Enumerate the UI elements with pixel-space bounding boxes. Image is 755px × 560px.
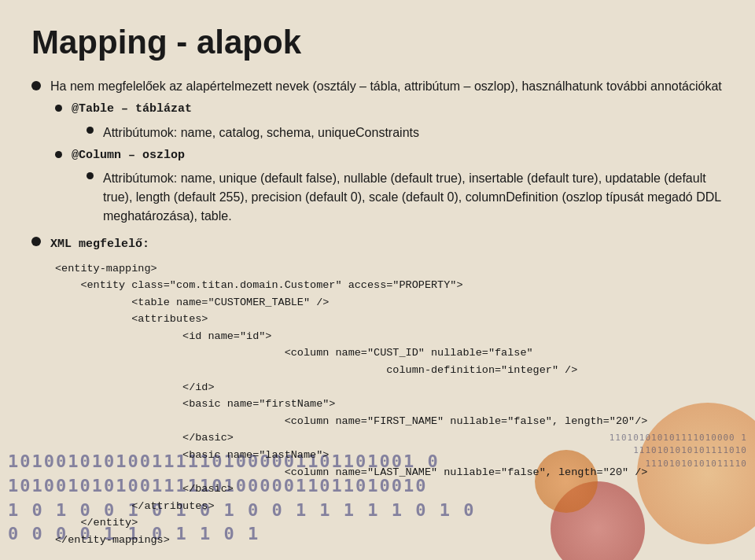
xml-line-6: <column name="CUST_ID" nullable="false" [55, 344, 724, 362]
xml-line-7: column-definition="integer" /> [55, 362, 724, 379]
column-sub-dot [87, 172, 94, 179]
column-sub-bullet: Attribútumok: name, unique (default fals… [87, 169, 724, 226]
xml-line-17: </entity-mappings> [55, 532, 724, 549]
xml-line-14: </basic> [55, 481, 724, 498]
xml-line-4: <attributes> [55, 311, 724, 328]
table-annotation-label: @Table – táblázat [72, 101, 192, 119]
xml-line-10: <column name="FIRST_NAME" nullable="fals… [55, 413, 724, 430]
xml-bullet-dot [31, 237, 41, 246]
xml-line-8: </id> [55, 379, 724, 396]
xml-line-9: <basic name="firstName"> [55, 396, 724, 413]
xml-bullet: XML megfelelő: [31, 234, 724, 254]
page-title: Mapping - alapok [31, 24, 724, 61]
xml-label-text: XML megfelelő: [50, 238, 149, 251]
bullet-dot [31, 81, 41, 90]
xml-line-11: </basic> [55, 429, 724, 447]
xml-line-12: <basic name="lastName"> [55, 447, 724, 464]
table-bullet-dot [55, 105, 62, 112]
xml-line-15: </attributes> [55, 498, 724, 515]
xml-line-16: </entity> [55, 514, 724, 532]
column-annotation-bullet: @Column – oszlop [55, 147, 724, 165]
column-attribs: Attribútumok: name, unique (default fals… [103, 169, 724, 226]
xml-line-13: <column name="LAST_NAME" nullable="false… [55, 464, 724, 481]
intro-bullet: Ha nem megfelelőek az alapértelmezett ne… [31, 77, 724, 96]
table-attribs: Attribútumok: name, catalog, schema, uni… [103, 123, 419, 142]
column-bullet-dot [55, 151, 62, 158]
main-content: Mapping - alapok Ha nem megfelelőek az a… [0, 0, 755, 560]
xml-line-2: <entity class="com.titan.domain.Customer… [55, 277, 724, 294]
xml-line-1: <entity-mapping> [55, 260, 724, 278]
column-annotation-label: @Column – oszlop [72, 147, 185, 165]
xml-section: XML megfelelő: <entity-mapping> <entity … [31, 234, 724, 549]
xml-line-5: <id name="id"> [55, 328, 724, 345]
table-sub-bullet: Attribútumok: name, catalog, schema, uni… [87, 123, 724, 142]
xml-line-3: <table name="CUSTOMER_TABLE" /> [55, 294, 724, 311]
table-sub-dot [87, 127, 94, 134]
xml-code-block: <entity-mapping> <entity class="com.tita… [55, 260, 724, 549]
table-annotation-bullet: @Table – táblázat [55, 101, 724, 119]
intro-text: Ha nem megfelelőek az alapértelmezett ne… [50, 77, 722, 96]
xml-label: XML megfelelő: [50, 234, 149, 254]
